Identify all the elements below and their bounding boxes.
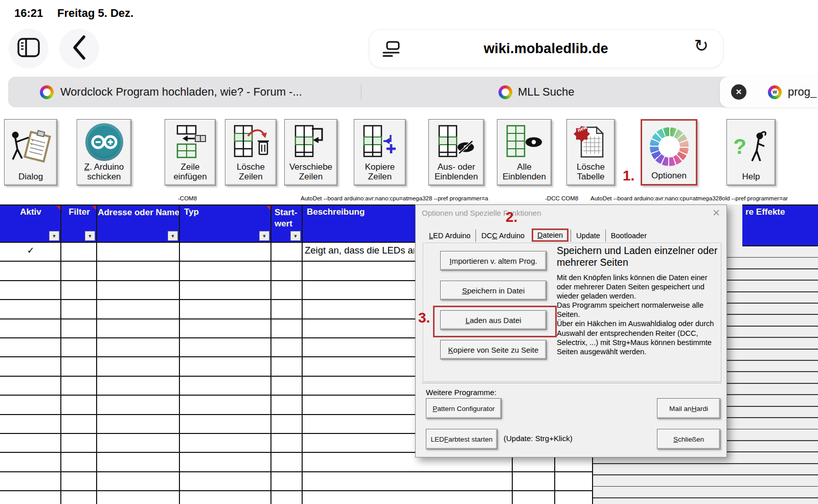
tab-dcc-arduino[interactable]: DCC Arduino [475,230,530,242]
toolbar-button-optionen[interactable]: Optionen [641,119,697,186]
toolbar-label: Optionen [651,171,687,184]
led-farbtest-button[interactable]: LED Farbtest starten [426,429,497,449]
separator-line [422,383,721,384]
status-bar: 16:21 Freitag 5. Dez. [0,0,818,26]
filter-dropdown-adresse[interactable]: ▼ [168,231,178,241]
status-time: 16:21 [14,7,43,20]
toolbar-button-copy-rows[interactable]: Kopiere Zeilen [354,119,406,186]
schliessen-button[interactable]: Schließen [657,429,720,449]
dialog-close-icon[interactable]: ✕ [712,207,720,219]
toolbar-button-insert-row[interactable]: Zeile einfügen [165,119,216,186]
toolbar-button-hide-show[interactable]: Aus- oder Einblenden [428,119,484,186]
filter-dropdown-typ[interactable]: ▼ [259,231,269,241]
toolbar-label: Dialog [18,172,43,185]
com-port-left: -COM8 [178,195,197,201]
toolbar-button-show-all[interactable]: Alle Einblenden [497,119,552,186]
info-body: Mit den Knöpfen links können die Daten e… [557,273,728,356]
move-rows-icon [293,120,328,162]
sidebar-icon [17,37,40,60]
annotation-step-3: 3. [418,310,430,326]
toolbar-label: Lösche Zeilen [225,162,276,185]
show-all-icon [505,120,544,162]
mail-an-hardi-button[interactable]: Mail an Hardi [657,398,720,419]
laden-button[interactable]: Laden aus Datei [440,310,547,330]
address-bar[interactable]: wiki.mobaledlib.de ↻ [369,30,723,67]
screen: 16:21 Freitag 5. Dez. wiki.mobaledlib.de… [0,0,818,504]
toolbar-label: Zeile einfügen [165,162,215,185]
active-tab-favicon: W [768,85,782,99]
filter-dropdown-startwert[interactable]: ▼ [290,231,301,241]
autodet-left: AutoDet --board arduino:avr:nano:cpu=atm… [301,195,488,201]
tab-active[interactable]: ✕ W prog_ [720,77,818,107]
header-typ: Typ [180,204,271,243]
cell-aktiv-check[interactable]: ✓ [0,245,61,256]
tab-update[interactable]: Update [571,230,605,242]
active-tab-label: prog_ [788,85,816,99]
annotation-step-1: 1. [623,168,634,184]
tab-led-arduino[interactable]: LED Arduino [424,230,475,242]
toolbar-label: Help [742,172,760,185]
toolbar-label: Kopiere Zeilen [354,162,405,185]
url-text[interactable]: wiki.mobaledlib.de [369,41,723,57]
kopiere-button[interactable]: Kopiere von Seite zu Seite [440,340,547,359]
dialog-title: Optionen und Spezielle Funktionen [422,209,541,217]
cell-beschreibung-row1[interactable]: Zeigt an, dass die LEDs ange [305,245,414,256]
speichern-button[interactable]: Speichern in Datei [440,281,547,300]
filter-dropdown-aktiv[interactable]: ▼ [49,231,59,241]
gridline [302,204,303,504]
toolbar-button-delete-rows[interactable]: Lösche Zeilen [225,119,277,186]
back-button[interactable] [59,29,99,68]
tab-bootloader[interactable]: Bootloader [605,230,652,242]
toolbar-label: Lösche Tabelle [567,162,615,185]
gridline [96,204,97,504]
toolbar-button-delete-table[interactable]: new Lösche Tabelle [566,119,615,186]
hide-show-icon [437,120,476,162]
arduino-icon [85,120,123,162]
tab2-favicon [498,85,512,99]
sidebar-toggle-button[interactable] [9,29,49,68]
toolbar-button-help[interactable]: ? Help [726,119,776,186]
toolbar-button-arduino-send[interactable]: Z. Arduino schicken [77,119,131,186]
toolbar-label: Aus- oder Einblenden [429,162,484,185]
delete-table-icon: new [573,120,609,162]
tab-mll-suche[interactable]: MLL Suche [518,85,574,99]
update-hint: (Update: Strg+Klick) [504,434,573,443]
gridline [179,204,180,504]
toolbar-button-dialog[interactable]: Dialog [4,119,57,186]
help-figure-icon: ? [733,120,769,172]
weitere-programme-label: Weitere Programme: [426,388,496,397]
dialog-tab-bar: LED Arduino DCC Arduino Dateien Update B… [424,228,652,242]
filter-dropdown-filter[interactable]: ▼ [85,231,95,241]
back-chevron-icon [71,34,88,63]
options-dialog: Optionen und Spezielle Funktionen ✕ 2. L… [415,204,727,457]
insert-row-icon [173,120,207,162]
tab-dateien[interactable]: Dateien [532,228,569,242]
annotation-step-2: 2. [506,209,517,225]
autodet-right: AutoDet --board arduino:avr:nano:cpu=atm… [590,195,818,201]
reload-icon[interactable]: ↻ [694,37,709,54]
dialog-figure-icon [9,120,52,172]
gridline [270,204,271,504]
tab1-favicon [40,85,54,99]
info-heading: Speichern und Laden einzelner oder mehre… [557,245,728,268]
importieren-button[interactable]: Importieren v. altem Prog. [440,251,547,270]
copy-rows-icon [362,120,398,162]
toolbar-label: Z. Arduino schicken [77,162,131,185]
delete-rows-icon [233,120,269,162]
toolbar-button-move-rows[interactable]: Verschiebe Zeilen [284,119,337,186]
tab-forum[interactable]: Wordclock Program hochladen, wie? - Foru… [60,85,302,99]
tab-divider [361,84,361,100]
status-date: Freitag 5. Dez. [57,7,133,20]
led-ring-icon [650,121,689,171]
close-tab-icon[interactable]: ✕ [731,84,746,100]
pattern-configurator-button[interactable]: Pattern Configurator [426,398,502,419]
toolbar-label: Verschiebe Zeilen [285,162,337,185]
header-weitere-effekte: re Effekte [742,204,818,246]
toolbar-label: Alle Einblenden [497,162,551,185]
com-port-right: -DCC COM8 [545,195,578,201]
